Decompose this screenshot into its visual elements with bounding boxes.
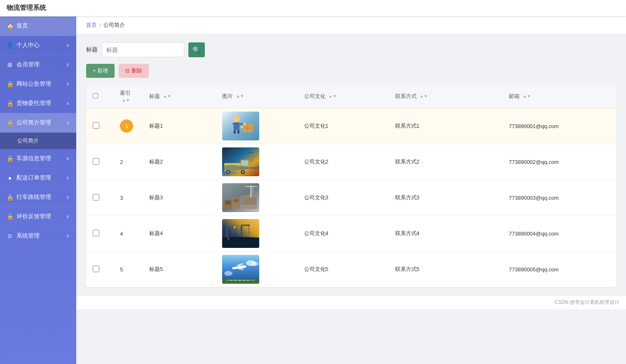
company-intro-label: 公司简介 [17,138,39,144]
sidebar-item-delivery[interactable]: ● 配送订单管理 ∨ [0,168,76,188]
th-contact: 联系方式 ▲▼ [389,84,502,108]
table-row: 2标题2 公司文化2联系方式2773890002@qq.com [86,144,616,180]
main-layout: 🏠 首页 👤 个人中心 ∨ ⊞ 会员管理 ∨ 🔒 网站公告管理 [0,16,626,364]
svg-point-48 [224,271,232,276]
th-title: 标题 ▲▼ [143,84,216,108]
action-bar: + 新增 ⊟ 删除 [86,64,616,78]
sidebar-item-home[interactable]: 🏠 首页 [0,16,76,36]
cell-culture: 公司文化5 [298,252,389,287]
sidebar-item-notice[interactable]: 🔒 网站公告管理 ∨ [0,75,76,94]
cell-contact: 联系方式4 [389,216,502,252]
notice-arrow-icon: ∨ [66,81,70,87]
app-title: 物流管理系统 [7,4,46,12]
cargo-arrow-icon: ∧ [66,100,70,106]
top-header: 物流管理系统 [0,0,626,16]
sidebar-item-system[interactable]: ⊙ 系统管理 ∨ [0,226,76,246]
system-arrow-icon: ∨ [66,233,70,239]
cell-title: 标题3 [143,180,216,216]
cell-index: 4 [113,216,143,252]
image-thumbnail [222,219,259,248]
th-email: 邮箱 ▲▼ [502,84,616,108]
svg-point-11 [244,123,246,125]
footer-text: CSDN @李会计算机程序设计 [554,299,619,305]
sidebar-item-member[interactable]: ⊞ 会员管理 ∨ [0,55,76,75]
page-content: 标题 🔍 + 新增 ⊟ 删除 [76,34,626,295]
select-all-checkbox[interactable] [93,93,98,98]
cell-culture: 公司文化2 [298,144,389,180]
svg-rect-15 [241,161,248,166]
culture-sort-icon[interactable]: ▲▼ [328,94,337,98]
breadcrumb-home[interactable]: 首页 [86,21,97,29]
th-checkbox [86,84,113,108]
cell-image [216,108,298,144]
vehicle-icon: 🔒 [7,155,13,162]
row-checkbox-1[interactable] [93,122,99,129]
image-sort-icon[interactable]: ▲▼ [236,94,244,98]
cell-title: 标题4 [143,216,216,252]
cell-email: 773890003@qq.com [502,180,616,216]
cell-email: 773890005@qq.com [502,252,616,287]
sidebar-item-company[interactable]: 🔒 公司简介管理 ∧ [0,113,76,133]
row-checkbox-3[interactable] [93,194,99,201]
notice-icon: 🔒 [7,81,13,87]
image-thumbnail [222,183,259,212]
cell-title: 标题1 [143,108,216,144]
email-sort-icon[interactable]: ▲▼ [523,94,531,98]
sidebar-label-member: 会员管理 [16,61,40,68]
delete-button[interactable]: ⊟ 删除 [119,64,149,78]
svg-rect-4 [239,123,243,125]
row-checkbox-2[interactable] [93,158,99,165]
member-arrow-icon: ∨ [66,62,70,68]
sidebar-label-route: 行车路线管理 [16,194,51,201]
svg-rect-0 [222,112,259,140]
sidebar-item-cargo[interactable]: 🔒 货物委托管理 ∧ [0,94,76,113]
sidebar-label-system: 系统管理 [16,232,40,240]
cell-index: 5 [113,252,143,287]
footer: CSDN @李会计算机程序设计 [76,295,626,309]
cell-culture: 公司文化3 [298,180,389,216]
delivery-icon: ● [7,175,13,181]
table-row: 1标题1 公司文化1联系方式1773890001@qq.com [86,108,616,144]
row-checkbox-5[interactable] [93,266,99,272]
image-thumbnail [222,147,259,176]
sidebar-sub-item-company-intro[interactable]: 公司简介 [0,133,76,149]
sidebar-item-feedback[interactable]: 🔒 评价反馈管理 ∨ [0,207,76,226]
sidebar-label-feedback: 评价反馈管理 [16,213,51,220]
svg-rect-49 [222,279,259,284]
cell-index: 3 [113,180,143,216]
route-icon: 🔒 [7,194,13,201]
add-button[interactable]: + 新增 [86,64,115,78]
sidebar-item-route[interactable]: 🔒 行车路线管理 ∨ [0,188,76,207]
svg-point-44 [227,238,229,240]
search-bar: 标题 🔍 [86,42,616,57]
svg-point-47 [252,262,258,266]
sidebar-label-home: 首页 [16,22,28,30]
title-sort-icon[interactable]: ▲▼ [163,94,171,98]
search-icon: 🔍 [192,46,201,54]
profile-icon: 👤 [7,42,13,49]
cell-image [216,252,298,287]
index-sort-icon[interactable]: ▲▼ [122,98,130,103]
image-thumbnail [222,112,259,140]
cell-contact: 联系方式3 [389,180,502,216]
sidebar-item-profile[interactable]: 👤 个人中心 ∨ [0,36,76,55]
svg-point-19 [241,171,244,173]
system-icon: ⊙ [7,233,13,239]
delivery-arrow-icon: ∨ [66,175,70,181]
sidebar-label-delivery: 配送订单管理 [16,174,51,182]
sidebar: 🏠 首页 👤 个人中心 ∨ ⊞ 会员管理 ∨ 🔒 网站公告管理 [0,16,76,364]
table-row: 3标题3 公司文化3联系方式3773890003@qq.com [86,180,616,216]
search-button[interactable]: 🔍 [188,42,205,57]
sidebar-label-vehicle: 车源信息管理 [16,155,51,162]
route-arrow-icon: ∨ [66,194,70,200]
table-header-row: 索引 ▲▼ 标题 ▲▼ 图片 ▲▼ [86,84,616,108]
sidebar-label-profile: 个人中心 [16,42,40,49]
content-area: 首页 / 公司简介 标题 🔍 + 新增 ⊟ 删除 [76,16,626,364]
company-icon: 🔒 [7,119,13,126]
sidebar-item-vehicle[interactable]: 🔒 车源信息管理 ∨ [0,149,76,168]
profile-arrow-icon: ∨ [66,42,70,48]
row-checkbox-4[interactable] [93,230,99,236]
feedback-arrow-icon: ∨ [66,214,70,219]
search-input[interactable] [102,42,184,57]
contact-sort-icon[interactable]: ▲▼ [420,94,428,98]
